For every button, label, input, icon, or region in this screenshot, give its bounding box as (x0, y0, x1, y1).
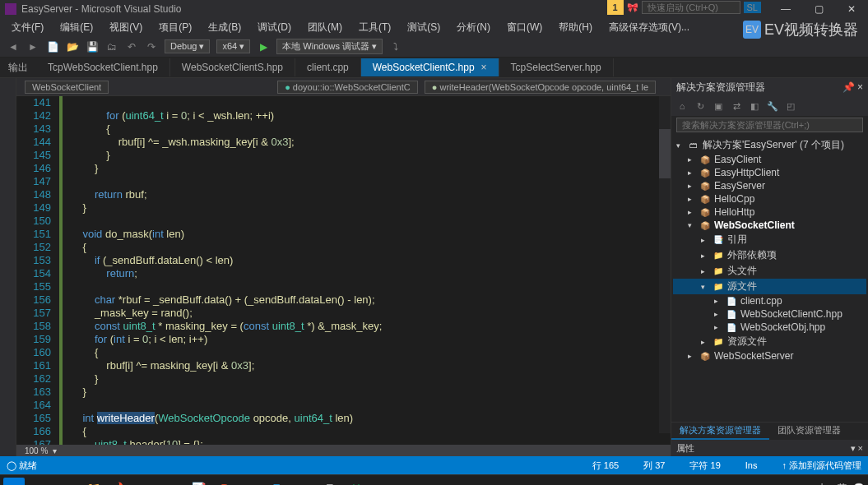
scope-combo[interactable]: WebSocketClient (25, 81, 109, 94)
file-tab-0[interactable]: TcpWebSocketClient.hpp (36, 58, 170, 76)
save-icon[interactable]: 💾 (84, 39, 100, 55)
nav-fwd-icon[interactable]: ► (25, 39, 41, 55)
tree-item[interactable]: ▾📦WebSocketClient (673, 219, 866, 232)
code-line[interactable]: 147 (16, 175, 671, 188)
code-editor[interactable]: 141142 for (uint64_t i = 0; i < _wsh.len… (16, 96, 671, 445)
code-line[interactable]: 154 return; (16, 267, 671, 280)
taskview-icon[interactable]: ▭ (30, 478, 51, 486)
minimize-button[interactable]: — (769, 0, 802, 18)
menu-team[interactable]: 团队(M) (301, 19, 349, 36)
solution-search-input[interactable] (676, 118, 863, 132)
menu-file[interactable]: 文件(F) (5, 19, 50, 36)
undo-icon[interactable]: ↶ (123, 39, 140, 55)
user-badge[interactable]: SL (744, 2, 761, 13)
refresh-icon[interactable]: ↻ (693, 99, 708, 113)
code-line[interactable]: 166 { (16, 425, 671, 438)
tree-item[interactable]: ▸📦HelloHttp (673, 206, 866, 219)
code-line[interactable]: 157 _mask_key = rand(); (16, 307, 671, 320)
tree-item[interactable]: ▸📦EasyHttpClient (673, 166, 866, 179)
menu-debug[interactable]: 调试(D) (251, 19, 298, 36)
redo-icon[interactable]: ↷ (143, 39, 160, 55)
config-dropdown[interactable]: Debug ▾ (165, 39, 210, 53)
quick-launch-input[interactable] (642, 1, 740, 14)
code-line[interactable]: 167 uint8_t header[10] = {}; (16, 438, 671, 445)
start-debug-icon[interactable]: ▶ (255, 39, 272, 55)
save-all-icon[interactable]: 🗂 (104, 39, 120, 55)
sync-icon[interactable]: ⇄ (729, 99, 744, 113)
home-icon[interactable]: ⌂ (675, 99, 689, 113)
tree-item[interactable]: ▸📄WebSocketObj.hpp (673, 321, 866, 334)
code-line[interactable]: 165 int writeHeader(WebSocketOpcode opco… (16, 412, 671, 425)
menu-view[interactable]: 视图(V) (103, 19, 149, 36)
preview-icon[interactable]: ◰ (783, 99, 798, 113)
close-button[interactable]: ✕ (835, 0, 868, 18)
tray-lang[interactable]: 中 ⌂ 英 (818, 482, 847, 485)
code-line[interactable]: 161 rbuf[i] ^= masking_key[i & 0x3]; (16, 359, 671, 372)
pin-icon[interactable]: 📌 (842, 81, 855, 93)
code-line[interactable]: 143 { (16, 122, 671, 136)
showall-icon[interactable]: ◧ (747, 99, 762, 113)
chrome-icon[interactable]: ◉ (161, 478, 183, 486)
file-tab-2[interactable]: client.cpp (295, 58, 361, 76)
notify-icon[interactable]: 1 (607, 0, 624, 15)
code-line[interactable]: 150 (16, 215, 671, 228)
code-line[interactable]: 163 } (16, 386, 671, 399)
menu-tools[interactable]: 工具(T) (352, 19, 397, 36)
code-line[interactable]: 152 { (16, 241, 671, 254)
code-line[interactable]: 151 void do_mask(int len) (16, 228, 671, 241)
tree-item[interactable]: ▸📄WebSocketClientC.hpp (673, 307, 866, 321)
prop-close-icon[interactable]: × (858, 443, 863, 453)
menu-edit[interactable]: 编辑(E) (53, 19, 100, 36)
code-line[interactable]: 145 } (16, 149, 671, 162)
start-icon[interactable]: ⊞ (3, 478, 25, 486)
panel-close-icon[interactable]: × (857, 81, 863, 93)
flag-icon[interactable]: 🎀 (627, 2, 638, 13)
menu-build[interactable]: 生成(B) (202, 19, 248, 36)
code-line[interactable]: 146 } (16, 162, 671, 175)
code-line[interactable]: 159 for (int i = 0; i < len; i++) (16, 333, 671, 346)
vs-icon[interactable]: ∞ (135, 478, 156, 486)
file-tab-3[interactable]: WebSocketClientC.hpp× (361, 58, 499, 76)
tree-item[interactable]: ▸📦EasyClient (673, 153, 866, 166)
scroll-track[interactable] (659, 96, 671, 433)
menu-window[interactable]: 窗口(W) (500, 19, 549, 36)
tree-item[interactable]: ▸📦HelloCpp (673, 192, 866, 206)
collapse-icon[interactable]: ▣ (711, 99, 726, 113)
excel-icon[interactable]: X (346, 478, 367, 486)
zoom-chevron-icon[interactable]: ▾ (53, 446, 57, 455)
tree-item[interactable]: ▸📑引用 (673, 232, 866, 247)
tree-item[interactable]: ▸📦WebSocketServer (673, 349, 866, 363)
code-line[interactable]: 148 return rbuf; (16, 188, 671, 201)
solution-root[interactable]: ▾🗃解决方案'EasyServer' (7 个项目) (673, 137, 866, 153)
code-line[interactable]: 162 } (16, 372, 671, 386)
app-icon-2[interactable]: ⬚ (240, 478, 262, 486)
tree-item[interactable]: ▸📁头文件 (673, 263, 866, 279)
file-tab-1[interactable]: WebSocketClientS.hpp (170, 58, 295, 76)
namespace-combo[interactable]: ● doyou::io::WebSocketClientC (277, 81, 418, 94)
vscode-icon[interactable]: ⧉ (267, 478, 288, 486)
edge-icon[interactable]: e (56, 478, 77, 486)
tree-item[interactable]: ▸📄client.cpp (673, 294, 866, 307)
menu-project[interactable]: 项目(P) (152, 19, 198, 36)
menu-test[interactable]: 测试(S) (401, 19, 447, 36)
scroll-thumb[interactable] (659, 129, 671, 178)
code-line[interactable]: 164 (16, 399, 671, 412)
menu-help[interactable]: 帮助(H) (552, 19, 599, 36)
folder-icon[interactable]: 🗂 (293, 478, 314, 486)
notepad-icon[interactable]: 📝 (188, 478, 209, 486)
app-icon-3[interactable]: 🖥 (319, 478, 341, 486)
explorer-icon[interactable]: 📁 (82, 478, 104, 486)
properties-icon[interactable]: 🔧 (765, 99, 780, 113)
code-line[interactable]: 153 if (_sendBuff.dataLen() < len) (16, 254, 671, 267)
zoom-level[interactable]: 100 % (25, 446, 48, 455)
menu-analyze[interactable]: 分析(N) (450, 19, 497, 36)
tree-item[interactable]: ▸📦EasyServer (673, 179, 866, 192)
code-line[interactable]: 144 rbuf[i] ^= _wsh.masking_key[i & 0x3]… (16, 136, 671, 149)
output-tab[interactable]: 输出 (0, 61, 36, 75)
nav-back-icon[interactable]: ◄ (5, 39, 21, 55)
file-tab-4[interactable]: TcpSelectServer.hpp (499, 58, 614, 76)
new-file-icon[interactable]: 📄 (44, 39, 61, 55)
step-icon[interactable]: ⤵ (388, 39, 404, 55)
app-icon-1[interactable]: 🔥 (109, 478, 130, 486)
powerpoint-icon[interactable]: P (214, 478, 235, 486)
